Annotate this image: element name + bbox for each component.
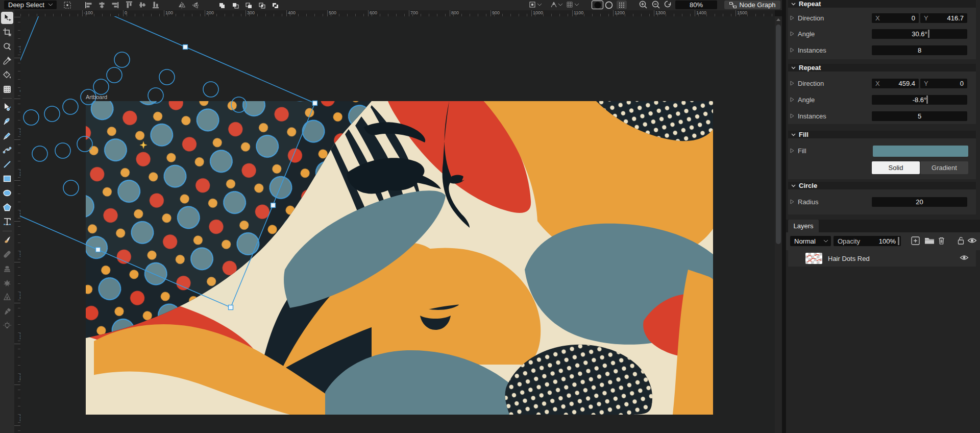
opacity-input[interactable]: Opacity 100% [834, 236, 901, 246]
tool-spline[interactable] [1, 144, 13, 156]
grid-chevron-icon[interactable] [575, 1, 579, 9]
flip-horizontal-icon[interactable] [178, 1, 186, 9]
layer-row[interactable]: ❯ Hair Dots Red [788, 250, 976, 267]
selection-mode-dropdown[interactable]: Deep Select [4, 1, 57, 9]
marquee-icon[interactable] [64, 1, 71, 9]
flip-vertical-icon[interactable] [191, 1, 200, 9]
tool-imaginate[interactable] [1, 320, 13, 332]
tab-layers[interactable]: Layers [788, 220, 819, 232]
blend-mode-dropdown[interactable]: Normal [790, 236, 831, 246]
direction-x-input-2[interactable]: X459.4 [872, 79, 919, 88]
zoom-level-field[interactable]: 80% [675, 1, 717, 9]
layers-tab-bar: Layers [786, 220, 980, 232]
grid-icon[interactable] [566, 1, 574, 9]
scroll-up-arrow [776, 18, 780, 21]
row-expand-icon[interactable] [790, 148, 794, 153]
pattern-toggle[interactable] [617, 1, 627, 9]
align-center-h-icon[interactable] [98, 1, 106, 9]
row-expand-icon[interactable] [790, 31, 794, 36]
canvas-viewport[interactable]: Artboard [20, 16, 775, 433]
zoom-level-value: 80% [690, 1, 703, 9]
eye-icon[interactable] [967, 237, 977, 246]
instances-input-2[interactable]: 5 [872, 111, 967, 121]
row-expand-icon[interactable] [790, 47, 794, 53]
zoom-in-icon[interactable] [639, 1, 648, 9]
row-label: Angle [798, 96, 815, 104]
section-header-repeat-2[interactable]: Repeat [788, 64, 976, 71]
section-title: Fill [799, 131, 808, 138]
instances-input-1[interactable]: 8 [872, 45, 967, 55]
align-center-v-icon[interactable] [139, 1, 146, 9]
tool-rectangle[interactable] [1, 173, 13, 185]
layer-visibility-eye-icon[interactable] [960, 254, 969, 263]
tool-eyedropper[interactable] [1, 55, 13, 67]
row-label: Fill [798, 147, 806, 155]
direction-y-input-2[interactable]: Y0 [920, 79, 967, 88]
fill-solid-toggle[interactable] [592, 1, 603, 9]
direction-x-input-1[interactable]: X0 [872, 13, 919, 23]
artboard-label[interactable]: Artboard [86, 94, 107, 100]
align-right-icon[interactable] [111, 1, 119, 9]
tool-path[interactable] [1, 101, 13, 113]
tool-patch[interactable] [1, 277, 13, 289]
tool-artboard[interactable] [1, 26, 13, 38]
direction-y-input-1[interactable]: Y416.7 [920, 13, 967, 23]
radius-input[interactable]: 20 [872, 197, 967, 207]
overlays-icon[interactable] [550, 1, 558, 9]
row-expand-icon[interactable] [790, 97, 794, 102]
new-layer-button[interactable] [911, 236, 920, 247]
angle-input-2[interactable]: -8.6° [872, 95, 967, 105]
boolean-union-icon[interactable] [219, 1, 227, 9]
tool-heal[interactable] [1, 248, 13, 260]
zoom-out-icon[interactable] [652, 1, 660, 9]
snapping-icon[interactable] [529, 1, 537, 9]
row-expand-icon[interactable] [790, 113, 794, 118]
boolean-intersect-icon[interactable] [259, 1, 266, 9]
tool-navigate[interactable] [1, 40, 13, 53]
angle-input-1[interactable]: 30.6° [872, 29, 967, 39]
tool-fill[interactable] [1, 69, 13, 81]
tool-text[interactable] [1, 215, 13, 228]
boolean-subtract-front-icon[interactable] [232, 1, 240, 9]
tool-polygon[interactable] [1, 201, 13, 213]
new-folder-button[interactable] [924, 236, 935, 247]
row-expand-icon[interactable] [790, 199, 794, 204]
row-expand-icon[interactable] [790, 81, 794, 86]
tool-detail[interactable] [1, 291, 13, 303]
layers-controls: Normal Opacity 100% [786, 232, 980, 250]
stroke-toggle[interactable] [605, 1, 613, 9]
align-top-icon[interactable] [126, 1, 133, 9]
row-label: Radius [798, 198, 818, 206]
tool-ellipse[interactable] [1, 187, 13, 199]
align-bottom-icon[interactable] [152, 1, 159, 9]
chevron-down-icon [824, 240, 828, 243]
tool-freehand[interactable] [1, 130, 13, 142]
row-expand-icon[interactable] [790, 15, 794, 20]
tool-brush[interactable] [1, 234, 13, 246]
boolean-subtract-back-icon[interactable] [246, 1, 253, 9]
snapping-chevron-icon[interactable] [537, 1, 542, 9]
boolean-difference-icon[interactable] [272, 1, 280, 9]
row-label: Instances [798, 112, 826, 120]
chevron-down-icon [791, 66, 796, 69]
section-header-repeat-1[interactable]: Repeat [788, 0, 976, 8]
section-header-fill[interactable]: Fill [788, 131, 976, 138]
section-header-circle[interactable]: Circle [788, 182, 976, 189]
fill-solid-button[interactable]: Solid [872, 161, 920, 174]
tool-select[interactable] [1, 12, 13, 24]
lock-icon[interactable] [958, 236, 964, 247]
delete-layer-button[interactable] [938, 236, 945, 247]
tool-line[interactable] [1, 158, 13, 171]
overlays-chevron-icon[interactable] [558, 1, 562, 9]
fill-gradient-button[interactable]: Gradient [920, 161, 968, 174]
tool-relight[interactable] [1, 305, 13, 318]
row-label: Instances [798, 46, 826, 54]
tool-clone[interactable] [1, 262, 13, 275]
fill-color-swatch[interactable] [873, 146, 968, 157]
align-left-icon[interactable] [85, 1, 92, 9]
canvas-vertical-scrollbar[interactable] [775, 16, 782, 433]
tool-pen[interactable] [1, 115, 13, 128]
zoom-reset-icon[interactable] [664, 1, 673, 9]
node-graph-button[interactable]: Node Graph [724, 1, 780, 9]
tool-gradient[interactable] [1, 83, 13, 95]
